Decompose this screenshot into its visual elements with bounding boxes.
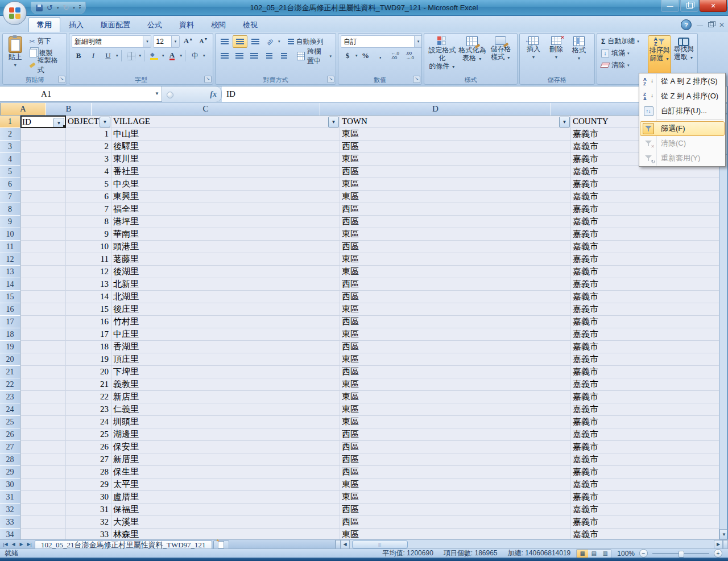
column-header-D[interactable]: D [320,103,551,116]
cell[interactable] [20,391,66,403]
row-header[interactable]: 18 [0,328,20,341]
alignment-dialog-launcher-icon[interactable]: ↘ [327,76,334,83]
cell[interactable]: 保福里 [111,504,340,516]
cell[interactable]: 西區 [340,504,571,516]
cell[interactable] [20,166,66,178]
font-size-combo[interactable]: 12▾ [153,35,180,48]
cell[interactable]: 30 [66,491,111,504]
shrink-font-button[interactable]: A▼ [197,35,210,47]
row-header[interactable]: 21 [0,366,20,378]
cell[interactable]: 義教里 [111,378,340,391]
horizontal-scroll-thumb[interactable]: ||| [352,541,408,548]
cell[interactable] [20,428,66,441]
cell[interactable]: 嘉義市 [571,266,719,278]
cell[interactable]: 東區 [340,403,571,416]
header-cell-2[interactable]: VILLAGE▼ [111,116,340,128]
row-header[interactable]: 34 [0,529,20,539]
page-layout-view-button[interactable]: ▤ [588,550,599,558]
clipboard-dialog-launcher-icon[interactable]: ↘ [58,76,65,83]
cell[interactable]: 圳頭里 [111,416,340,428]
find-select-button[interactable]: 尋找與 選取 ▼ [672,35,695,76]
filter-dropdown-icon[interactable]: ▼ [53,118,64,128]
align-middle-button[interactable] [233,35,247,48]
close-button[interactable]: ✕ [700,0,727,12]
row-header[interactable]: 29 [0,466,20,478]
scroll-right-icon[interactable]: ▶ [714,540,723,549]
vertical-scrollbar[interactable]: ▲ ▼ [719,104,727,539]
row-header[interactable]: 32 [0,504,20,516]
next-sheet-icon[interactable]: ▶ [18,541,25,548]
cell[interactable]: 東區 [340,128,571,141]
borders-button[interactable] [125,50,138,61]
fill-color-button[interactable]: ◆ [147,50,161,61]
cell[interactable]: 東區 [340,253,571,266]
cell[interactable]: 西區 [340,278,571,291]
cell[interactable]: 東區 [340,353,571,366]
cell[interactable] [20,328,66,341]
cell[interactable] [20,353,66,366]
format-as-table-button[interactable]: 格式化為 表格 ▼ [458,35,487,76]
cell[interactable]: 嘉義市 [571,253,719,266]
row-header[interactable]: 5 [0,166,20,178]
row-header[interactable]: 15 [0,291,20,303]
cell[interactable]: 東區 [340,228,571,241]
cell[interactable]: 東區 [340,191,571,203]
increase-decimal-button[interactable]: ←.0 .00 [388,50,402,61]
cell[interactable]: 26 [66,441,111,453]
cell[interactable]: 頭港里 [111,241,340,253]
cell[interactable]: 33 [66,529,111,539]
cell[interactable]: 嘉義市 [571,529,719,539]
workbook-close-icon[interactable]: ✕ [719,21,725,29]
cell[interactable]: 嘉義市 [571,441,719,453]
row-header[interactable]: 19 [0,341,20,353]
cell[interactable] [20,441,66,453]
cell[interactable]: 香湖里 [111,341,340,353]
cell[interactable]: 頂庄里 [111,353,340,366]
percent-style-button[interactable]: % [359,50,373,61]
cell[interactable] [20,203,66,216]
cell[interactable]: 12 [66,266,111,278]
cell[interactable]: 西區 [340,441,571,453]
cell[interactable] [20,303,66,316]
zoom-slider[interactable] [652,553,709,554]
cell[interactable]: 19 [66,353,111,366]
cell[interactable] [20,253,66,266]
cell[interactable]: 嘉義市 [571,216,719,228]
cell[interactable]: 西區 [340,166,571,178]
row-header[interactable]: 23 [0,391,20,403]
cell[interactable]: 荖藤里 [111,253,340,266]
header-cell-1[interactable]: OBJECTI▼ [66,116,111,128]
cell[interactable] [20,266,66,278]
cell[interactable]: 嘉義市 [571,328,719,341]
number-dialog-launcher-icon[interactable]: ↘ [413,76,420,83]
cell[interactable]: 嘉義市 [571,291,719,303]
cell[interactable]: 14 [66,291,111,303]
workbook-minimize-icon[interactable]: — [697,22,703,28]
cell[interactable]: 嘉義市 [571,316,719,328]
cell[interactable]: 嘉義市 [571,391,719,403]
row-header[interactable]: 10 [0,228,20,241]
cell[interactable]: 後湖里 [111,266,340,278]
cell[interactable]: 湖邊里 [111,428,340,441]
row-header[interactable]: 25 [0,416,20,428]
autosum-button[interactable]: Σ 自動加總▾ [599,35,647,47]
cell[interactable]: 13 [66,278,111,291]
last-sheet-icon[interactable]: ▶| [26,541,33,548]
cell[interactable]: 5 [66,178,111,191]
cell[interactable] [20,516,66,529]
cell[interactable]: 23 [66,403,111,416]
cell[interactable] [20,341,66,353]
sheet-tab[interactable]: 102_05_21台澎金馬修正村里屬性資料_TWD97_121 [35,541,212,548]
filter-dropdown-icon[interactable]: ▼ [328,117,339,127]
ribbon-tab-4[interactable]: 資料 [171,17,202,32]
align-top-button[interactable] [218,36,231,47]
row-header[interactable]: 24 [0,403,20,416]
cell[interactable]: 東區 [340,529,571,539]
previous-sheet-icon[interactable]: ◀ [10,541,17,548]
row-header[interactable]: 22 [0,378,20,391]
insert-function-icon[interactable]: fx [210,90,217,99]
cell[interactable] [20,378,66,391]
cell[interactable] [20,504,66,516]
align-center-button[interactable] [233,51,246,62]
cell[interactable]: 29 [66,478,111,491]
